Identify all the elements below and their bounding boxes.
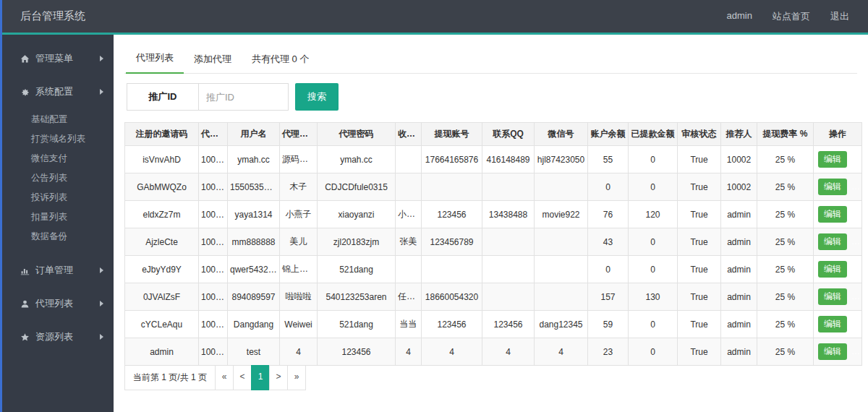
table-cell: 123456 <box>422 311 482 338</box>
table-cell: 25 % <box>757 201 814 228</box>
pagination-last-page[interactable]: » <box>287 365 306 390</box>
sidebar-item-resource-list[interactable]: 资源列表 <box>0 320 114 353</box>
table-cell: 130 <box>629 283 678 311</box>
edit-button[interactable]: 编辑 <box>818 316 847 332</box>
table-cell: 0 <box>588 173 629 201</box>
search-input-group: 推广ID <box>127 83 289 111</box>
sidebar-subitem-reward-domain-list[interactable]: 打赏域名列表 <box>0 129 114 149</box>
table-cell: True <box>678 173 721 201</box>
column-header: 微信号 <box>535 123 588 146</box>
table-cell: 521dang <box>318 311 396 338</box>
table-cell: 25 % <box>757 311 814 338</box>
table-cell: hjl87423050 <box>535 146 588 173</box>
tab-agent-count: 共有代理 0 个 <box>242 45 319 74</box>
pagination-summary: 当前第 1 页/共 1 页 <box>124 365 216 390</box>
search-input[interactable] <box>198 84 288 110</box>
table-cell: True <box>678 201 721 228</box>
sidebar-item-order-management[interactable]: 订单管理 <box>0 254 114 287</box>
tab-agent-list[interactable]: 代理列表 <box>126 43 184 74</box>
search-button[interactable]: 搜索 <box>295 83 339 111</box>
edit-button[interactable]: 编辑 <box>818 288 847 305</box>
sidebar-subitem-notice-list[interactable]: 公告列表 <box>0 168 114 188</box>
table-cell: 59 <box>588 311 629 338</box>
edit-button[interactable]: 编辑 <box>818 343 847 360</box>
table-cell: dang12345 <box>535 311 588 338</box>
table-cell: 540123253aren <box>318 283 396 311</box>
table-row: cYCLeAqu10001DangdangWeiwei521dang当当1234… <box>125 311 862 338</box>
table-cell: 小燕子 <box>280 201 318 228</box>
table-cell: 0JVAlZsF <box>125 283 199 311</box>
table-cell: 10005 <box>199 228 228 256</box>
table-cell <box>422 173 482 201</box>
table-cell: eJbyYd9Y <box>125 256 199 283</box>
app-title: 后台管理系统 <box>20 9 85 23</box>
sidebar-subitem-complaint-list[interactable]: 投诉列表 <box>0 188 114 207</box>
sidebar-subitem-data-backup[interactable]: 数据备份 <box>0 227 114 246</box>
table-cell: 当当 <box>396 311 422 338</box>
table-cell: Dangdang <box>228 311 280 338</box>
sidebar-item-system-config[interactable]: 系统配置 <box>0 75 114 108</box>
table-cell: 76 <box>588 201 629 228</box>
sidebar-subitem-basic-config[interactable]: 基础配置 <box>0 110 114 129</box>
top-navbar: 后台管理系统 admin站点首页退出 <box>0 0 868 35</box>
pagination-page-1[interactable]: 1 <box>251 365 270 390</box>
column-header: 代理昵称 <box>280 123 318 146</box>
actions-cell: 编辑删除 <box>814 201 862 228</box>
table-cell <box>482 228 535 256</box>
table-cell <box>422 256 482 283</box>
navbar-link-logout[interactable]: 退出 <box>830 10 849 23</box>
table-cell: CDJCDfule0315 <box>318 173 396 201</box>
actions-cell: 编辑删除 <box>814 173 862 201</box>
table-cell: 23 <box>588 338 629 366</box>
caret-right-icon <box>100 56 103 61</box>
pagination-first-page[interactable]: « <box>215 365 234 390</box>
navbar-links: admin站点首页退出 <box>727 10 849 23</box>
edit-button[interactable]: 编辑 <box>818 151 847 168</box>
sidebar-item-agent-list[interactable]: 代理列表 <box>0 287 114 320</box>
pagination-next-page[interactable]: > <box>269 365 288 390</box>
sidebar-subitem-deduction-list[interactable]: 扣量列表 <box>0 207 114 227</box>
table-cell <box>535 256 588 283</box>
table-row: AjzleCte10005mm888888美儿zjl20183zjm张美1234… <box>125 228 862 256</box>
pagination-prev-page[interactable]: < <box>233 365 252 390</box>
table-cell: 25 % <box>757 283 814 311</box>
caret-right-icon <box>100 267 103 273</box>
navbar-link-admin[interactable]: admin <box>727 10 752 23</box>
edit-button[interactable]: 编辑 <box>818 179 847 195</box>
agents-table: 注册的邀请码代理ID用户名代理昵称代理密码收款人提现账号联系QQ微信号账户余额已… <box>124 122 862 366</box>
table-cell: 0 <box>629 146 678 173</box>
sidebar-subitem-wechat-pay[interactable]: 微信支付 <box>0 149 114 168</box>
pagination: «<1>» <box>216 365 306 390</box>
table-cell: test <box>228 338 280 366</box>
table-cell: 锦上添花 <box>280 256 318 283</box>
sidebar-item-admin-menu[interactable]: 管理菜单 <box>0 42 114 75</box>
gears-icon <box>20 87 30 97</box>
table-cell: 4 <box>280 338 318 366</box>
table-cell: 17664165876 <box>422 146 482 173</box>
table-cell <box>482 173 535 201</box>
table-cell: 18660054320 <box>422 283 482 311</box>
table-cell: 10002 <box>721 146 757 173</box>
table-cell <box>482 256 535 283</box>
table-cell: 0 <box>629 228 678 256</box>
tab-add-agent[interactable]: 添加代理 <box>184 45 242 74</box>
column-header: 代理ID <box>199 123 228 146</box>
table-cell: 10002 <box>199 283 228 311</box>
table-cell: 123456 <box>422 201 482 228</box>
table-cell: AjzleCte <box>125 228 199 256</box>
table-cell: xiaoyanzi <box>318 201 396 228</box>
edit-button[interactable]: 编辑 <box>818 261 847 278</box>
table-cell: yaya1314 <box>228 201 280 228</box>
table-cell <box>535 283 588 311</box>
edit-button[interactable]: 编辑 <box>818 206 847 223</box>
column-header: 联系QQ <box>482 123 535 146</box>
table-cell: 120 <box>629 201 678 228</box>
table-cell: True <box>678 228 721 256</box>
actions-cell: 编辑删除 <box>814 311 862 338</box>
agents-table-wrap: 注册的邀请码代理ID用户名代理昵称代理密码收款人提现账号联系QQ微信号账户余额已… <box>124 122 857 390</box>
navbar-link-site-home[interactable]: 站点首页 <box>773 10 810 23</box>
table-cell: 25 % <box>757 146 814 173</box>
left-accent-strip <box>0 0 2 412</box>
edit-button[interactable]: 编辑 <box>818 233 847 250</box>
table-cell: 10001 <box>199 311 228 338</box>
